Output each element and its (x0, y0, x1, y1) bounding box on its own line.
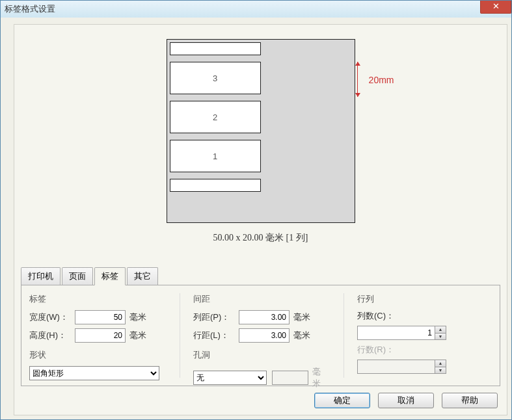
group-gap-title: 间距 (193, 293, 328, 305)
dimension-height: 20mm (369, 75, 394, 85)
rows-spinner: ▲▼ (357, 360, 446, 374)
rowgap-label: 行距(L)： (193, 330, 239, 341)
titlebar: 标签格式设置 ✕ (1, 1, 511, 18)
rows-spin-down: ▼ (435, 367, 446, 373)
cancel-button[interactable]: 取消 (378, 393, 434, 408)
cols-spin-up[interactable]: ▲ (435, 326, 446, 333)
rows-spin-up: ▲ (435, 360, 446, 367)
hole-unit: 毫米 (312, 366, 328, 389)
tab-printer[interactable]: 打印机 (21, 267, 61, 285)
page-preview: 3 2 1 (167, 39, 355, 223)
dimension-height-arrow (357, 62, 360, 97)
shape-select[interactable]: 圆角矩形 (29, 366, 159, 380)
tab-label[interactable]: 标签 (94, 267, 126, 285)
rows-label: 行数(R)： (357, 344, 403, 356)
height-label: 高度(H)： (29, 330, 75, 341)
group-matrix: 行列 列数(C)： ▲▼ 行数(R)： (344, 293, 492, 378)
shape-title: 形状 (29, 349, 164, 361)
cols-label: 列数(C)： (357, 310, 403, 322)
content-frame: 50mm 20mm 3 2 1 50.00 x 20 (14, 24, 507, 415)
dialog-buttons: 确定 取消 帮助 (314, 393, 498, 408)
label-preview-partial-top (170, 42, 261, 55)
cols-spinner[interactable]: ▲▼ (357, 326, 446, 340)
dialog-window: 标签格式设置 ✕ 50mm 20mm 3 2 1 (0, 0, 512, 420)
cols-spin-down[interactable]: ▼ (435, 333, 446, 339)
window-title: 标签格式设置 (5, 3, 55, 15)
group-matrix-title: 行列 (357, 293, 492, 305)
help-button[interactable]: 帮助 (442, 393, 498, 408)
ok-button[interactable]: 确定 (314, 393, 370, 408)
preview-wrap: 50mm 20mm 3 2 1 50.00 x 20 (14, 39, 507, 244)
group-label: 标签 宽度(W)： 毫米 高度(H)： 毫米 形状 圆角矩形 (29, 293, 164, 378)
rowgap-input[interactable] (239, 328, 290, 343)
group-label-title: 标签 (29, 293, 164, 305)
group-gap: 间距 列距(P)： 毫米 行距(L)： 毫米 孔洞 无 (180, 293, 328, 378)
tab-strip: 打印机 页面 标签 其它 (21, 267, 159, 285)
rowgap-unit: 毫米 (293, 330, 310, 341)
colgap-input[interactable] (239, 310, 290, 324)
label-preview-item: 3 (170, 62, 261, 94)
tab-page[interactable]: 页面 (62, 267, 93, 285)
colgap-label: 列距(P)： (193, 311, 239, 323)
label-preview-item: 1 (170, 140, 261, 172)
cols-input[interactable] (357, 326, 435, 340)
rows-input (357, 360, 435, 374)
preview-summary: 50.00 x 20.00 毫米 [1 列] (14, 232, 507, 244)
tab-panel-label: 标签 宽度(W)： 毫米 高度(H)： 毫米 形状 圆角矩形 (21, 285, 500, 386)
colgap-unit: 毫米 (293, 311, 310, 323)
hole-size-input[interactable] (272, 371, 308, 385)
width-unit: 毫米 (129, 311, 146, 323)
height-input[interactable] (75, 328, 126, 343)
width-label: 宽度(W)： (29, 311, 75, 323)
label-preview-partial-bottom (170, 179, 261, 192)
label-preview-item: 2 (170, 101, 261, 133)
preview-area: 50mm 20mm 3 2 1 (167, 39, 355, 223)
label-column: 3 2 1 (170, 42, 261, 192)
dimension-height-text: 20mm (369, 75, 394, 85)
close-button[interactable]: ✕ (480, 1, 511, 14)
tab-other[interactable]: 其它 (127, 267, 158, 285)
hole-select[interactable]: 无 (193, 371, 267, 385)
width-input[interactable] (75, 310, 126, 324)
hole-title: 孔洞 (193, 349, 328, 361)
height-unit: 毫米 (129, 330, 146, 341)
